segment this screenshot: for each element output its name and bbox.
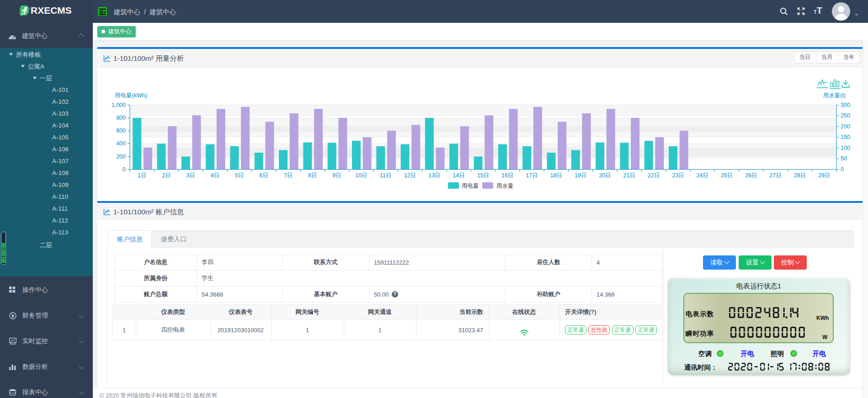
svg-text:50: 50 <box>841 155 847 162</box>
svg-text:0: 0 <box>122 166 126 173</box>
svg-text:17日: 17日 <box>526 172 538 179</box>
svg-text:22日: 22日 <box>648 172 660 179</box>
svg-text:28日: 28日 <box>794 172 806 179</box>
svg-text:15日: 15日 <box>477 172 489 179</box>
svg-text:用水量: 用水量 <box>496 183 514 189</box>
svg-text:100: 100 <box>841 145 850 151</box>
svg-text:27日: 27日 <box>769 172 781 179</box>
svg-text:300: 300 <box>841 102 850 108</box>
svg-text:5日: 5日 <box>235 172 244 179</box>
svg-text:800: 800 <box>116 115 126 121</box>
svg-text:9日: 9日 <box>332 172 341 179</box>
svg-text:150: 150 <box>841 134 850 140</box>
svg-text:用电量: 用电量 <box>462 183 479 189</box>
svg-text:24日: 24日 <box>697 172 708 179</box>
svg-text:10日: 10日 <box>355 172 367 179</box>
svg-text:7日: 7日 <box>284 172 293 179</box>
svg-text:250: 250 <box>841 112 850 119</box>
svg-text:2日: 2日 <box>162 172 170 179</box>
svg-text:12日: 12日 <box>404 172 416 179</box>
svg-text:0: 0 <box>841 166 844 173</box>
svg-text:20日: 20日 <box>599 172 611 179</box>
svg-text:21日: 21日 <box>623 172 635 179</box>
svg-text:26日: 26日 <box>745 172 757 179</box>
svg-text:13日: 13日 <box>428 172 440 179</box>
svg-text:4日: 4日 <box>211 172 219 179</box>
svg-text:19日: 19日 <box>575 172 586 179</box>
svg-text:200: 200 <box>841 123 850 130</box>
svg-text:25日: 25日 <box>721 172 733 179</box>
svg-text:用水量(t): 用水量(t) <box>823 92 846 99</box>
svg-text:1,000: 1,000 <box>112 102 126 108</box>
svg-text:11日: 11日 <box>380 172 391 179</box>
svg-text:29日: 29日 <box>818 172 830 179</box>
svg-text:400: 400 <box>116 140 126 147</box>
svg-text:8日: 8日 <box>308 172 317 179</box>
svg-text:1日: 1日 <box>138 172 146 179</box>
svg-text:200: 200 <box>116 154 126 160</box>
svg-text:用电量(kWh): 用电量(kWh) <box>115 92 147 99</box>
svg-text:18日: 18日 <box>550 172 562 179</box>
svg-text:3日: 3日 <box>186 172 195 179</box>
svg-text:16日: 16日 <box>501 172 513 179</box>
svg-text:6日: 6日 <box>259 172 268 179</box>
svg-text:23日: 23日 <box>672 172 684 179</box>
svg-text:14日: 14日 <box>453 172 464 179</box>
svg-text:600: 600 <box>116 127 126 134</box>
